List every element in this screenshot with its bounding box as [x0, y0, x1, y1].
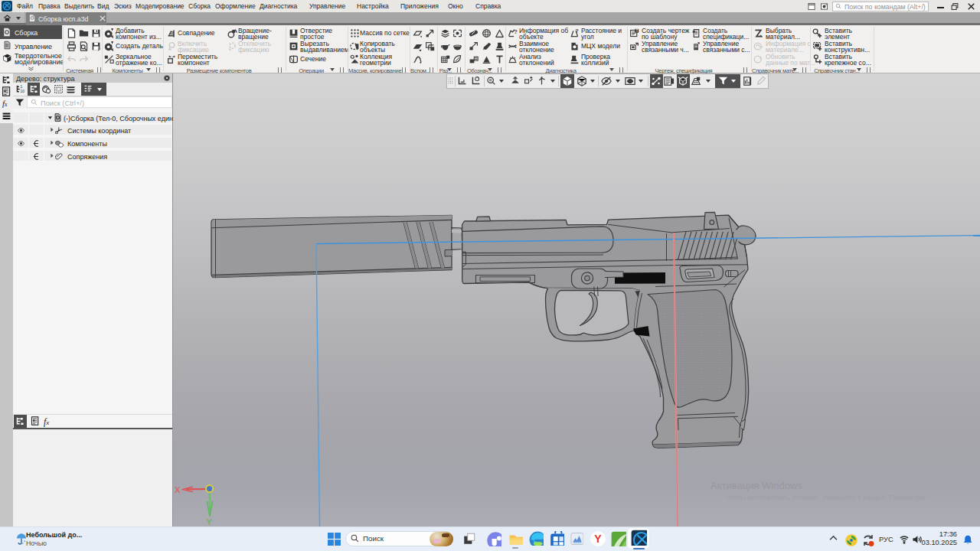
svg-text:X: X	[175, 485, 181, 494]
svg-text:T: T	[636, 29, 639, 33]
svg-text:1: 1	[21, 85, 23, 89]
svg-text:Y: Y	[207, 517, 213, 527]
svg-text:?: ?	[575, 28, 579, 34]
svg-text:10: 10	[21, 90, 25, 93]
svg-text:?: ?	[514, 28, 518, 35]
